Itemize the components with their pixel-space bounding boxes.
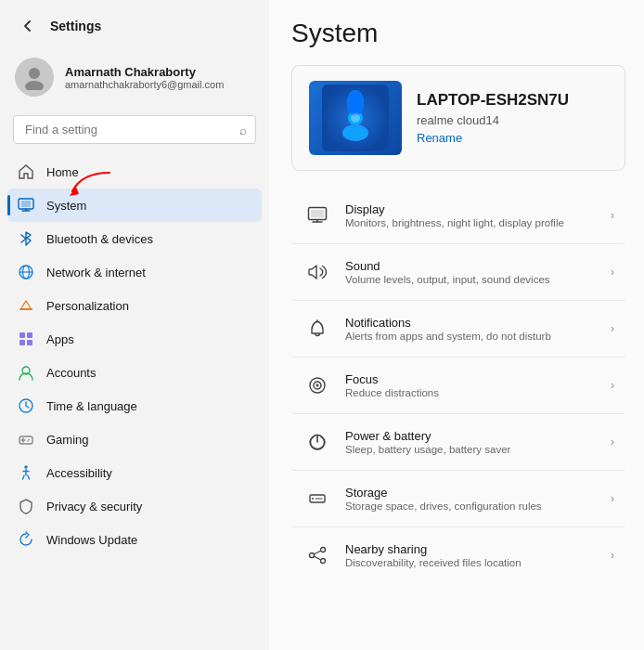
search-input[interactable]: [13, 115, 256, 144]
svg-rect-10: [27, 332, 32, 338]
sidebar-item-accounts[interactable]: Accounts: [7, 356, 262, 389]
sound-desc: Volume levels, output, input, sound devi…: [345, 274, 598, 285]
bluetooth-icon: [17, 229, 35, 248]
svg-point-26: [342, 124, 368, 141]
svg-point-0: [29, 68, 40, 79]
accessibility-icon: [17, 463, 35, 482]
storage-desc: Storage space, drives, configuration rul…: [345, 500, 598, 512]
sound-icon: [303, 257, 332, 287]
notifications-desc: Alerts from apps and system, do not dist…: [345, 331, 598, 342]
svg-line-41: [314, 551, 321, 554]
settings-item-storage[interactable]: Storage Storage space, drives, configura…: [291, 471, 625, 527]
device-model: realme cloud14: [417, 113, 569, 127]
settings-item-power[interactable]: Power & battery Sleep, battery usage, ba…: [291, 414, 625, 471]
device-thumbnail: [309, 81, 402, 155]
settings-item-nearby[interactable]: Nearby sharing Discoverability, received…: [291, 527, 625, 583]
sidebar-item-personalization[interactable]: Personalization: [7, 289, 262, 322]
arrow-annotation: [63, 168, 119, 205]
chevron-right-icon: ›: [611, 379, 614, 392]
svg-point-27: [351, 113, 360, 123]
home-icon: [17, 162, 35, 181]
display-icon: [303, 201, 332, 230]
focus-icon: [303, 370, 332, 400]
sidebar-item-network[interactable]: Network & internet: [7, 255, 262, 289]
sound-text: Sound Volume levels, output, input, soun…: [345, 259, 598, 285]
sidebar-item-bluetooth[interactable]: Bluetooth & devices: [7, 222, 262, 255]
device-info: LAPTOP-ESH2SN7U realme cloud14 Rename: [417, 91, 569, 145]
back-button[interactable]: [15, 13, 41, 39]
svg-rect-9: [19, 332, 25, 338]
nearby-icon: [303, 540, 332, 570]
settings-item-notifications[interactable]: Notifications Alerts from apps and syste…: [291, 301, 625, 358]
update-icon: [17, 530, 35, 549]
personalization-icon: [17, 296, 35, 315]
sidebar-item-home[interactable]: Home: [7, 155, 262, 188]
sidebar-item-apps[interactable]: Apps: [7, 322, 262, 356]
focus-text: Focus Reduce distractions: [345, 372, 598, 398]
power-text: Power & battery Sleep, battery usage, ba…: [345, 429, 598, 455]
system-icon: [17, 196, 35, 214]
svg-point-38: [310, 553, 315, 558]
user-name: Amarnath Chakraborty: [65, 65, 224, 79]
sidebar-item-time[interactable]: Time & language: [7, 389, 262, 422]
gaming-icon: [17, 430, 35, 448]
network-icon: [17, 263, 35, 281]
sidebar-item-gaming[interactable]: Gaming: [7, 422, 262, 456]
svg-point-40: [321, 559, 326, 564]
sidebar-item-system[interactable]: System: [7, 188, 262, 222]
sidebar-item-label: Privacy & security: [46, 500, 142, 514]
avatar: [15, 58, 54, 97]
display-label: Display: [345, 202, 598, 216]
sidebar-item-label: Network & internet: [46, 266, 146, 280]
sidebar-item-label: Accounts: [46, 366, 96, 380]
sidebar-item-privacy[interactable]: Privacy & security: [7, 489, 262, 523]
nearby-label: Nearby sharing: [345, 542, 598, 556]
win11-logo: [322, 84, 389, 151]
power-label: Power & battery: [345, 429, 598, 443]
display-text: Display Monitors, brightness, night ligh…: [345, 202, 598, 228]
settings-item-display[interactable]: Display Monitors, brightness, night ligh…: [291, 188, 625, 244]
apps-icon: [17, 330, 35, 348]
storage-text: Storage Storage space, drives, configura…: [345, 486, 598, 512]
svg-rect-12: [27, 340, 32, 345]
notifications-label: Notifications: [345, 316, 598, 330]
display-desc: Monitors, brightness, night light, displ…: [345, 217, 598, 228]
storage-icon: [303, 484, 332, 514]
svg-point-39: [321, 548, 326, 552]
sidebar: Settings Amarnath Chakraborty amarnathch…: [0, 0, 269, 650]
nearby-text: Nearby sharing Discoverability, received…: [345, 542, 598, 568]
settings-list: Display Monitors, brightness, night ligh…: [291, 188, 625, 583]
chevron-right-icon: ›: [611, 209, 614, 222]
svg-line-42: [314, 556, 321, 560]
device-card: LAPTOP-ESH2SN7U realme cloud14 Rename: [291, 65, 625, 171]
user-profile: Amarnath Chakraborty amarnathchakraborty…: [0, 48, 269, 110]
power-desc: Sleep, battery usage, battery saver: [345, 444, 598, 455]
sidebar-item-label: Time & language: [46, 399, 137, 413]
sidebar-item-label: Personalization: [46, 299, 129, 313]
settings-item-focus[interactable]: Focus Reduce distractions ›: [291, 358, 625, 414]
sidebar-item-accessibility[interactable]: Accessibility: [7, 456, 262, 489]
notifications-icon: [303, 314, 332, 344]
chevron-right-icon: ›: [611, 436, 614, 448]
focus-desc: Reduce distractions: [345, 387, 598, 398]
chevron-right-icon: ›: [611, 322, 614, 335]
sidebar-item-label: Apps: [46, 332, 74, 346]
user-info: Amarnath Chakraborty amarnathchakraborty…: [65, 65, 224, 90]
sidebar-item-update[interactable]: Windows Update: [7, 523, 262, 556]
page-title: System: [291, 19, 625, 48]
sidebar-item-label: Accessibility: [46, 466, 112, 480]
rename-link[interactable]: Rename: [417, 131, 569, 145]
settings-item-sound[interactable]: Sound Volume levels, output, input, soun…: [291, 244, 625, 301]
svg-rect-8: [19, 308, 32, 310]
privacy-icon: [17, 497, 35, 515]
sidebar-item-label: Bluetooth & devices: [46, 232, 153, 246]
sidebar-item-label: Gaming: [46, 433, 89, 447]
sound-label: Sound: [345, 259, 598, 273]
svg-rect-3: [21, 201, 31, 207]
nearby-desc: Discoverability, received files location: [345, 557, 598, 568]
notifications-text: Notifications Alerts from apps and syste…: [345, 316, 598, 342]
search-bar: ⌕: [13, 115, 256, 144]
svg-point-33: [316, 384, 319, 387]
chevron-right-icon: ›: [611, 266, 614, 279]
app-title: Settings: [50, 19, 101, 33]
